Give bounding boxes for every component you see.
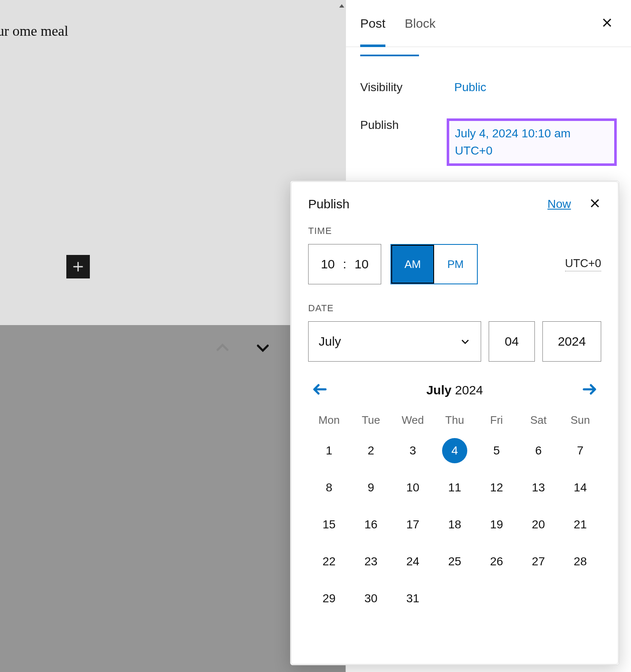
move-down-button[interactable]: [254, 339, 271, 356]
calendar-grid: MonTueWedThuFriSatSun1234567891011121314…: [308, 414, 601, 612]
calendar-day[interactable]: 2: [350, 438, 392, 464]
tab-block[interactable]: Block: [405, 0, 435, 47]
publish-now-link[interactable]: Now: [547, 197, 571, 211]
calendar-day[interactable]: 9: [350, 475, 392, 501]
move-up-button[interactable]: [214, 339, 231, 356]
calendar-day[interactable]: 23: [350, 549, 392, 575]
chevron-down-icon: [460, 336, 471, 347]
visibility-row: Visibility Public: [346, 81, 631, 94]
calendar-day[interactable]: 25: [434, 549, 476, 575]
calendar-day[interactable]: 11: [434, 475, 476, 501]
calendar-day[interactable]: 13: [518, 475, 560, 501]
year-input[interactable]: 2024: [542, 321, 601, 362]
arrow-right-icon: [581, 381, 598, 398]
calendar-day[interactable]: 4: [434, 438, 476, 464]
editor-paragraph[interactable]: incredibly ten up your ome meal: [0, 18, 76, 45]
plus-icon: [71, 260, 85, 274]
sidebar-tabs: Post Block: [346, 0, 631, 47]
publish-row: Publish July 4, 2024 10:10 am UTC+0: [346, 118, 631, 166]
add-block-button[interactable]: [66, 255, 90, 278]
calendar-day[interactable]: 31: [392, 585, 434, 612]
month-select[interactable]: July: [308, 321, 481, 362]
chevron-up-icon: [214, 339, 231, 356]
ampm-toggle: AM PM: [390, 244, 478, 284]
calendar-day[interactable]: 28: [559, 549, 601, 575]
calendar-day[interactable]: 21: [559, 512, 601, 538]
calendar-dow: Sun: [559, 414, 601, 427]
date-section-label: DATE: [308, 303, 601, 314]
calendar-day[interactable]: 17: [392, 512, 434, 538]
calendar-day[interactable]: 20: [518, 512, 560, 538]
time-input[interactable]: 10 : 10: [308, 244, 381, 284]
popover-title: Publish: [308, 197, 349, 211]
next-month-button[interactable]: [579, 378, 600, 402]
calendar-day[interactable]: 8: [308, 475, 350, 501]
calendar-day[interactable]: 6: [518, 438, 560, 464]
calendar-day: [559, 585, 601, 612]
calendar-dow: Tue: [350, 414, 392, 427]
publish-value[interactable]: July 4, 2024 10:10 am UTC+0: [447, 118, 617, 166]
close-icon: [601, 16, 613, 29]
hours-field[interactable]: 10: [318, 257, 338, 271]
publish-datetime-popover: Publish Now TIME 10 : 10 AM PM UTC+0 DAT…: [291, 181, 618, 664]
tab-post[interactable]: Post: [360, 0, 385, 47]
arrow-left-icon: [312, 381, 328, 398]
calendar-day[interactable]: 7: [559, 438, 601, 464]
close-sidebar-button[interactable]: [597, 13, 617, 34]
am-button[interactable]: AM: [391, 245, 434, 284]
close-icon: [589, 197, 601, 210]
calendar-title: July 2024: [426, 383, 483, 397]
calendar-day[interactable]: 16: [350, 512, 392, 538]
section-summary-indicator: [360, 53, 419, 56]
calendar-dow: Wed: [392, 414, 434, 427]
calendar-day[interactable]: 10: [392, 475, 434, 501]
calendar-day[interactable]: 3: [392, 438, 434, 464]
time-section-label: TIME: [308, 226, 601, 236]
pm-button[interactable]: PM: [434, 245, 477, 284]
calendar-day[interactable]: 27: [518, 549, 560, 575]
visibility-value[interactable]: Public: [454, 81, 486, 94]
publish-label: Publish: [360, 118, 453, 132]
minutes-field[interactable]: 10: [351, 257, 372, 271]
time-colon: :: [343, 257, 346, 271]
chevron-down-icon: [254, 339, 271, 356]
calendar-day[interactable]: 24: [392, 549, 434, 575]
calendar-day: [476, 585, 518, 612]
calendar-day[interactable]: 22: [308, 549, 350, 575]
day-input[interactable]: 04: [489, 321, 535, 362]
calendar-dow: Sat: [518, 414, 560, 427]
calendar-day[interactable]: 29: [308, 585, 350, 612]
calendar-day[interactable]: 14: [559, 475, 601, 501]
calendar-day[interactable]: 5: [476, 438, 518, 464]
calendar-day[interactable]: 15: [308, 512, 350, 538]
scroll-up-arrow[interactable]: [338, 0, 346, 12]
close-popover-button[interactable]: [589, 197, 601, 211]
month-value: July: [319, 334, 341, 349]
calendar-dow: Mon: [308, 414, 350, 427]
calendar-dow: Fri: [476, 414, 518, 427]
calendar-day[interactable]: 12: [476, 475, 518, 501]
prev-month-button[interactable]: [309, 378, 331, 402]
timezone-link[interactable]: UTC+0: [565, 257, 601, 271]
calendar-day[interactable]: 1: [308, 438, 350, 464]
calendar-day: [434, 585, 476, 612]
calendar-day[interactable]: 26: [476, 549, 518, 575]
visibility-label: Visibility: [360, 81, 454, 94]
calendar-day[interactable]: 18: [434, 512, 476, 538]
calendar-day[interactable]: 19: [476, 512, 518, 538]
block-navigator: [214, 339, 271, 356]
calendar-dow: Thu: [434, 414, 476, 427]
calendar-day: [518, 585, 560, 612]
calendar-day[interactable]: 30: [350, 585, 392, 612]
